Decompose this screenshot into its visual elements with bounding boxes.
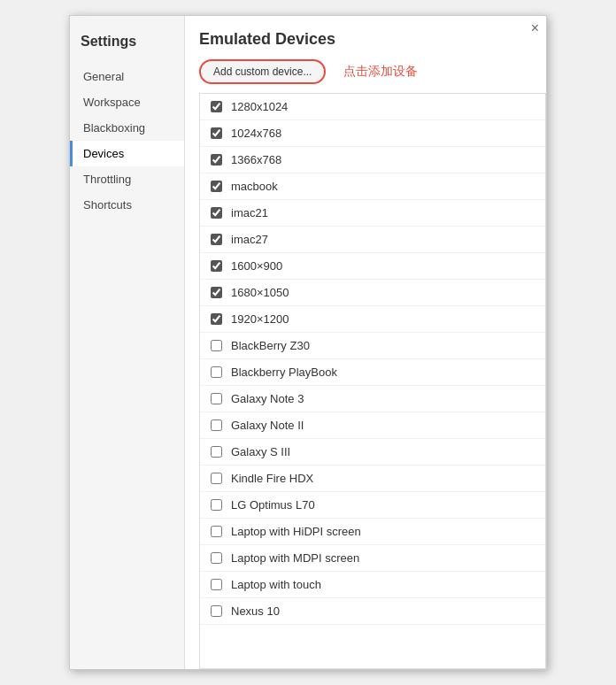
device-name-label: 1280x1024	[231, 100, 535, 113]
device-list-container: 1280x10241024x7681366x768macbookimac21im…	[199, 93, 546, 669]
device-checkbox[interactable]	[211, 393, 222, 404]
device-checkbox[interactable]	[211, 287, 222, 298]
list-item[interactable]: 1920×1200	[200, 306, 545, 333]
device-name-label: Laptop with MDPI screen	[231, 551, 535, 565]
device-name-label: BlackBerry Z30	[231, 339, 535, 352]
sidebar: Settings GeneralWorkspaceBlackboxingDevi…	[70, 16, 185, 669]
list-item[interactable]: 1366x768	[200, 147, 545, 173]
list-item[interactable]: Laptop with touch	[200, 572, 545, 598]
sidebar-item-throttling[interactable]: Throttling	[70, 166, 184, 192]
settings-dialog: × Settings GeneralWorkspaceBlackboxingDe…	[69, 15, 547, 670]
device-name-label: Laptop with HiDPI screen	[231, 525, 535, 538]
device-checkbox[interactable]	[211, 499, 222, 511]
list-item[interactable]: Nexus 10	[200, 598, 545, 625]
close-button[interactable]: ×	[531, 21, 539, 35]
sidebar-title: Settings	[70, 25, 184, 64]
list-item[interactable]: Kindle Fire HDX	[200, 466, 545, 492]
dialog-content: Settings GeneralWorkspaceBlackboxingDevi…	[70, 16, 546, 669]
device-checkbox[interactable]	[211, 340, 222, 351]
device-checkbox[interactable]	[211, 154, 222, 165]
sidebar-item-devices[interactable]: Devices	[70, 141, 184, 166]
device-name-label: 1366x768	[231, 153, 535, 166]
add-custom-device-button[interactable]: Add custom device...	[199, 59, 326, 84]
list-item[interactable]: Laptop with HiDPI screen	[200, 519, 545, 545]
device-name-label: imac27	[231, 233, 535, 246]
list-item[interactable]: 1680×1050	[200, 280, 545, 306]
list-item[interactable]: 1024x768	[200, 120, 545, 147]
main-content: Emulated Devices Add custom device... 点击…	[185, 16, 546, 669]
device-checkbox[interactable]	[211, 260, 222, 272]
device-list: 1280x10241024x7681366x768macbookimac21im…	[200, 94, 545, 668]
device-checkbox[interactable]	[211, 366, 222, 378]
device-checkbox[interactable]	[211, 181, 222, 192]
sidebar-item-shortcuts[interactable]: Shortcuts	[70, 192, 184, 218]
device-name-label: Galaxy Note II	[231, 419, 535, 432]
list-item[interactable]: Laptop with MDPI screen	[200, 545, 545, 572]
device-checkbox[interactable]	[211, 446, 222, 458]
device-name-label: LG Optimus L70	[231, 498, 535, 512]
list-item[interactable]: imac21	[200, 200, 545, 227]
sidebar-item-general[interactable]: General	[70, 64, 184, 89]
list-item[interactable]: imac27	[200, 227, 545, 253]
device-checkbox[interactable]	[211, 526, 222, 537]
device-name-label: Nexus 10	[231, 604, 535, 618]
main-title: Emulated Devices	[185, 27, 546, 59]
device-checkbox[interactable]	[211, 127, 222, 139]
list-item[interactable]: 1280x1024	[200, 94, 545, 120]
device-checkbox[interactable]	[211, 313, 222, 325]
device-name-label: 1680×1050	[231, 286, 535, 299]
list-item[interactable]: BlackBerry Z30	[200, 333, 545, 359]
device-name-label: 1024x768	[231, 127, 535, 140]
device-name-label: Blackberry PlayBook	[231, 366, 535, 379]
device-name-label: Kindle Fire HDX	[231, 472, 535, 485]
list-item[interactable]: Galaxy Note II	[200, 412, 545, 439]
list-item[interactable]: Galaxy S III	[200, 439, 545, 466]
hint-text: 点击添加设备	[343, 64, 418, 80]
device-checkbox[interactable]	[211, 234, 222, 245]
sidebar-item-workspace[interactable]: Workspace	[70, 89, 184, 115]
list-item[interactable]: Blackberry PlayBook	[200, 359, 545, 386]
device-checkbox[interactable]	[211, 605, 222, 617]
device-name-label: Laptop with touch	[231, 578, 535, 591]
list-item[interactable]: macbook	[200, 173, 545, 200]
device-checkbox[interactable]	[211, 101, 222, 112]
list-item[interactable]: 1600×900	[200, 253, 545, 280]
device-name-label: Galaxy S III	[231, 445, 535, 458]
device-name-label: imac21	[231, 206, 535, 219]
toolbar: Add custom device... 点击添加设备	[185, 59, 546, 93]
device-name-label: Galaxy Note 3	[231, 392, 535, 405]
device-checkbox[interactable]	[211, 419, 222, 431]
device-name-label: 1600×900	[231, 259, 535, 273]
device-checkbox[interactable]	[211, 207, 222, 219]
device-name-label: macbook	[231, 180, 535, 193]
sidebar-item-blackboxing[interactable]: Blackboxing	[70, 115, 184, 141]
device-checkbox[interactable]	[211, 552, 222, 564]
device-name-label: 1920×1200	[231, 312, 535, 326]
device-checkbox[interactable]	[211, 579, 222, 590]
device-checkbox[interactable]	[211, 473, 222, 484]
list-item[interactable]: Galaxy Note 3	[200, 386, 545, 412]
list-item[interactable]: LG Optimus L70	[200, 492, 545, 519]
